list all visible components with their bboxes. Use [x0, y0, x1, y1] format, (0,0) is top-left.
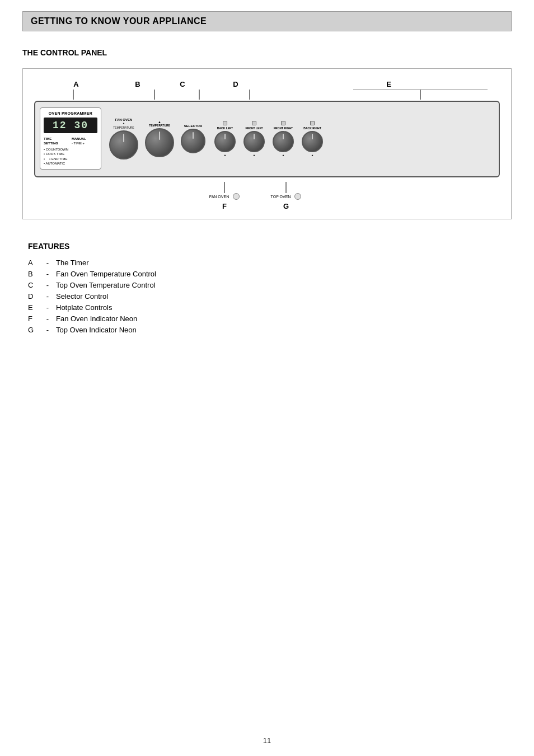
- fan-oven-temp-label: TEMPERATURE: [113, 126, 134, 129]
- feature-item-G: G - Top Oven Indicator Neon: [28, 326, 512, 334]
- features-list: A - The Timer B - Fan Oven Temperature C…: [28, 259, 512, 334]
- top-oven-neon-label: TOP OVEN: [271, 195, 291, 199]
- feature-item-D: D - Selector Control: [28, 292, 512, 300]
- fan-oven-neon-circle: [233, 193, 240, 200]
- top-oven-knob-group: ▲TEMPERATURE: [145, 120, 174, 157]
- connector-lines-top: [29, 90, 505, 100]
- feature-dash-C: -: [39, 281, 56, 289]
- programmer-display[interactable]: 12 30: [44, 118, 97, 133]
- label-C: C: [160, 80, 205, 88]
- features-title: FEATURES: [28, 242, 512, 251]
- section-title-control-panel: THE CONTROL PANEL: [22, 48, 512, 57]
- feature-item-C: C - Top Oven Temperature Control: [28, 281, 512, 289]
- back-right-knob[interactable]: [302, 131, 323, 152]
- feature-letter-C: C: [28, 281, 39, 289]
- feature-dash-G: -: [39, 326, 56, 334]
- front-right-label: FRONT RIGHT: [274, 126, 293, 130]
- programmer-block: OVEN PROGRAMMER 12 30 TIMESETTING MANUAL…: [40, 107, 101, 170]
- feature-dash-A: -: [39, 259, 56, 267]
- feature-letter-G: G: [28, 326, 39, 334]
- page-number: 11: [263, 736, 271, 745]
- programmer-title: OVEN PROGRAMMER: [44, 111, 97, 115]
- top-oven-label-top: ▲TEMPERATURE: [149, 120, 170, 127]
- feature-letter-F: F: [28, 314, 39, 323]
- label-G: G: [283, 202, 289, 210]
- selector-label: SELECTOR: [184, 124, 203, 128]
- feature-letter-B: B: [28, 270, 39, 278]
- feature-desc-D: Selector Control: [56, 292, 512, 300]
- selector-knob[interactable]: [181, 129, 205, 153]
- bottom-fg-area: FAN OVEN F TOP OVEN G: [29, 182, 505, 210]
- back-right-group: BACK RIGHT ▲: [302, 121, 323, 157]
- feature-item-F: F - Fan Oven Indicator Neon: [28, 314, 512, 323]
- label-A: A: [43, 80, 110, 88]
- feature-desc-C: Top Oven Temperature Control: [56, 281, 512, 289]
- f-connector-line: [213, 182, 236, 193]
- control-panel-diagram: A B C D E OVEN PROGRAMMER 12 30: [22, 68, 512, 219]
- front-right-indicator: [281, 121, 285, 125]
- label-E: E: [272, 80, 505, 88]
- top-oven-neon-circle: [294, 193, 301, 200]
- front-right-knob[interactable]: [273, 131, 294, 152]
- label-D: D: [210, 80, 261, 88]
- selector-block: SELECTOR: [181, 124, 205, 153]
- back-right-label: BACK RIGHT: [303, 126, 321, 130]
- g-connector-line: [275, 182, 297, 193]
- fan-oven-temperature-knob[interactable]: [109, 130, 138, 159]
- programmer-options: TIMESETTING MANUAL - TIME + • COUNTDOWN …: [44, 137, 97, 166]
- feature-dash-E: -: [39, 303, 56, 312]
- feature-desc-G: Top Oven Indicator Neon: [56, 326, 512, 334]
- page-title: GETTING TO KNOW YOUR APPLIANCE: [31, 16, 503, 26]
- feature-desc-B: Fan Oven Temperature Control: [56, 270, 512, 278]
- feature-desc-A: The Timer: [56, 259, 512, 267]
- label-F: F: [222, 202, 227, 210]
- top-oven-neon-group: TOP OVEN G: [264, 182, 308, 210]
- feature-dash-B: -: [39, 270, 56, 278]
- fan-oven-knob-group: FAN OVEN▲ TEMPERATURE: [109, 118, 138, 159]
- back-left-group: BACK LEFT ▲: [214, 121, 236, 157]
- back-left-indicator: [223, 121, 227, 125]
- feature-desc-F: Fan Oven Indicator Neon: [56, 314, 512, 323]
- back-left-label: BACK LEFT: [217, 126, 233, 130]
- feature-letter-E: E: [28, 303, 39, 312]
- feature-dash-F: -: [39, 314, 56, 323]
- front-left-label: FRONT LEFT: [245, 126, 263, 130]
- label-B: B: [115, 80, 160, 88]
- front-left-group: FRONT LEFT ▲: [243, 121, 265, 157]
- feature-letter-D: D: [28, 292, 39, 300]
- features-section: FEATURES A - The Timer B - Fan Oven Temp…: [22, 242, 512, 334]
- fan-oven-neon-label: FAN OVEN: [209, 195, 229, 199]
- fan-oven-neon-group: FAN OVEN F: [202, 182, 247, 210]
- fan-oven-label: FAN OVEN▲: [115, 118, 133, 125]
- front-left-indicator: [252, 121, 256, 125]
- header-bar: GETTING TO KNOW YOUR APPLIANCE: [22, 11, 512, 31]
- front-left-knob[interactable]: [243, 131, 265, 152]
- feature-dash-D: -: [39, 292, 56, 300]
- back-left-knob[interactable]: [214, 131, 236, 152]
- front-right-group: FRONT RIGHT ▲: [273, 121, 294, 157]
- top-oven-temperature-knob[interactable]: [145, 128, 174, 157]
- feature-letter-A: A: [28, 259, 39, 267]
- page: GETTING TO KNOW YOUR APPLIANCE THE CONTR…: [0, 0, 534, 756]
- feature-item-E: E - Hotplate Controls: [28, 303, 512, 312]
- feature-desc-E: Hotplate Controls: [56, 303, 512, 312]
- appliance-panel: OVEN PROGRAMMER 12 30 TIMESETTING MANUAL…: [34, 101, 500, 177]
- feature-item-A: A - The Timer: [28, 259, 512, 267]
- feature-item-B: B - Fan Oven Temperature Control: [28, 270, 512, 278]
- back-right-indicator: [310, 121, 315, 125]
